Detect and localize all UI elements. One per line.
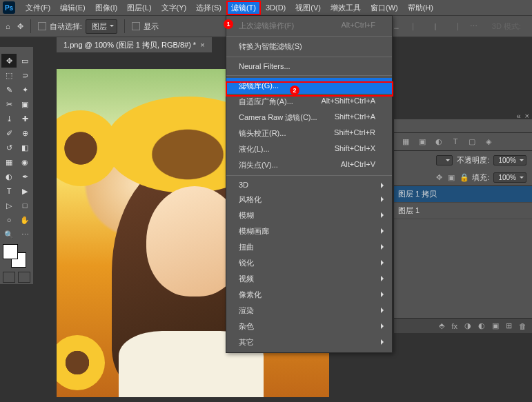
move-tool-icon[interactable]: ✥ bbox=[17, 22, 23, 31]
more-icon[interactable]: ⋯ bbox=[469, 22, 480, 31]
pen-tool[interactable]: ✒ bbox=[17, 170, 32, 183]
blur-tool[interactable]: ◉ bbox=[17, 155, 32, 169]
toolbar-handle[interactable] bbox=[0, 47, 33, 52]
fill-label: 填充: bbox=[472, 172, 489, 183]
adjustment-layer-icon[interactable]: ◐ bbox=[478, 321, 485, 330]
menu-convert-smart-filter[interactable]: 转换为智能滤镜(S) bbox=[226, 39, 392, 54]
link-layers-icon[interactable]: ⬘ bbox=[439, 321, 444, 330]
menu-filter-gallery[interactable]: 滤镜库(G)... bbox=[226, 78, 392, 94]
layer-row[interactable]: 图层 1 拷贝 bbox=[394, 186, 532, 203]
align-right-icon[interactable]: ⎹ bbox=[449, 22, 460, 31]
auto-select-target-dropdown[interactable]: 图层 bbox=[86, 19, 117, 34]
menu-lens-correction[interactable]: 镜头校正(R)...Shift+Ctrl+R bbox=[226, 125, 392, 141]
filter-smart-icon[interactable]: ◈ bbox=[484, 137, 493, 146]
artboard-tool[interactable]: ▭ bbox=[17, 54, 32, 68]
clone-stamp-tool[interactable]: ⊕ bbox=[17, 126, 32, 140]
document-tab[interactable]: 1.png @ 100% (图层 1 拷贝, RGB/8#) * × bbox=[57, 37, 212, 52]
menu-filter[interactable]: 滤镜(T) bbox=[226, 1, 261, 15]
new-layer-icon[interactable]: ⊞ bbox=[506, 321, 512, 330]
align-bottom-icon[interactable]: ⎽ bbox=[391, 22, 402, 31]
menu-render-submenu[interactable]: 渲染 bbox=[226, 303, 392, 319]
menu-distort-submenu[interactable]: 扭曲 bbox=[226, 239, 392, 255]
hand-tool[interactable]: ✋ bbox=[17, 213, 32, 227]
menu-stylize-submenu[interactable]: 风格化 bbox=[226, 192, 392, 208]
screen-mode-icon[interactable] bbox=[18, 272, 30, 283]
menu-neural-filters[interactable]: Neural Filters... bbox=[226, 59, 392, 73]
history-brush-tool[interactable]: ↺ bbox=[1, 141, 17, 154]
lock-all-icon[interactable]: 🔒 bbox=[460, 173, 468, 182]
ellipse-tool[interactable]: ○ bbox=[1, 213, 17, 227]
zoom-tool[interactable]: 🔍 bbox=[1, 228, 17, 241]
menu-sharpen-submenu[interactable]: 锐化 bbox=[226, 255, 392, 271]
separator bbox=[30, 19, 31, 33]
opacity-value[interactable]: 100% bbox=[493, 155, 526, 165]
menu-edit[interactable]: 编辑(E) bbox=[55, 1, 90, 15]
lasso-tool[interactable]: ⊃ bbox=[17, 68, 32, 82]
rectangle-tool[interactable]: □ bbox=[17, 199, 32, 212]
menu-pixelate-submenu[interactable]: 像素化 bbox=[226, 287, 392, 303]
color-swatches[interactable] bbox=[3, 244, 30, 269]
menu-liquify[interactable]: 液化(L)...Shift+Ctrl+X bbox=[226, 141, 392, 157]
blend-mode-dropdown[interactable] bbox=[436, 155, 453, 165]
menu-window[interactable]: 窗口(W) bbox=[366, 1, 403, 15]
frame-tool[interactable]: ▣ bbox=[17, 97, 32, 111]
brush-tool[interactable]: ✐ bbox=[1, 126, 17, 140]
menu-vanishing-point[interactable]: 消失点(V)...Alt+Ctrl+V bbox=[226, 157, 392, 173]
lock-move-icon[interactable]: ✥ bbox=[435, 173, 443, 182]
filter-adjust-icon[interactable]: ◐ bbox=[434, 137, 444, 146]
foreground-color[interactable] bbox=[3, 244, 18, 259]
menu-image[interactable]: 图像(I) bbox=[90, 1, 122, 15]
menu-video-submenu[interactable]: 视频 bbox=[226, 271, 392, 287]
menu-select[interactable]: 选择(S) bbox=[191, 1, 226, 15]
menu-adaptive-wide-angle[interactable]: 自适应广角(A)...Alt+Shift+Ctrl+A bbox=[226, 94, 392, 110]
home-icon[interactable]: ⌂ bbox=[6, 22, 10, 30]
menu-file[interactable]: 文件(F) bbox=[21, 1, 55, 15]
edit-toolbar[interactable]: ⋯ bbox=[17, 228, 32, 241]
menu-help[interactable]: 帮助(H) bbox=[403, 1, 438, 15]
filter-pixel-icon[interactable]: ▣ bbox=[417, 137, 427, 146]
menu-type[interactable]: 文字(Y) bbox=[157, 1, 192, 15]
show-transform-checkbox[interactable] bbox=[132, 22, 140, 30]
path-select-tool[interactable]: ▶ bbox=[17, 184, 32, 198]
menu-other-submenu[interactable]: 其它 bbox=[226, 334, 392, 350]
delete-layer-icon[interactable]: 🗑 bbox=[519, 322, 526, 330]
layer-row[interactable]: 图层 1 bbox=[394, 203, 532, 219]
eraser-tool[interactable]: ◧ bbox=[17, 141, 32, 154]
crop-tool[interactable]: ✂ bbox=[1, 97, 17, 111]
menu-camera-raw[interactable]: Camera Raw 滤镜(C)...Shift+Ctrl+A bbox=[226, 110, 392, 125]
menu-plugins[interactable]: 增效工具 bbox=[326, 1, 366, 15]
magic-wand-tool[interactable]: ✦ bbox=[17, 83, 32, 97]
menu-last-filter[interactable]: 上次滤镜操作(F)Alt+Ctrl+F bbox=[226, 18, 392, 34]
auto-select-checkbox[interactable] bbox=[38, 22, 46, 30]
filter-shape-icon[interactable]: ▢ bbox=[467, 137, 477, 146]
menu-blur-gallery-submenu[interactable]: 模糊画廊 bbox=[226, 223, 392, 239]
gradient-tool[interactable]: ▦ bbox=[1, 155, 17, 169]
layer-mask-icon[interactable]: ◑ bbox=[464, 321, 471, 330]
move-tool[interactable]: ✥ bbox=[1, 54, 17, 68]
direct-select-tool[interactable]: ▷ bbox=[1, 199, 17, 212]
group-icon[interactable]: ▣ bbox=[492, 321, 499, 330]
fill-value[interactable]: 100% bbox=[493, 172, 526, 183]
lock-artboard-icon[interactable]: ▣ bbox=[447, 173, 455, 182]
layers-panel-footer: ⬘ fx ◑ ◐ ▣ ⊞ 🗑 bbox=[394, 318, 532, 333]
filter-type-icon[interactable]: T bbox=[451, 137, 460, 146]
menu-3d[interactable]: 3D(D) bbox=[261, 1, 290, 14]
quick-select-tool[interactable]: ✎ bbox=[1, 83, 17, 97]
menu-3d-submenu[interactable]: 3D bbox=[226, 178, 392, 192]
opacity-label: 不透明度: bbox=[457, 155, 489, 165]
menu-noise-submenu[interactable]: 杂色 bbox=[226, 319, 392, 334]
align-center-icon[interactable]: | bbox=[430, 22, 441, 31]
layer-fx-icon[interactable]: fx bbox=[451, 322, 457, 330]
menu-view[interactable]: 视图(V) bbox=[290, 1, 326, 15]
type-tool[interactable]: T bbox=[1, 184, 17, 198]
quick-mask-icon[interactable] bbox=[3, 272, 15, 283]
filter-kind-icon[interactable]: ▦ bbox=[401, 137, 411, 146]
eyedropper-tool[interactable]: ⤓ bbox=[1, 112, 17, 125]
marquee-tool[interactable]: ⬚ bbox=[1, 68, 17, 82]
menu-blur-submenu[interactable]: 模糊 bbox=[226, 208, 392, 223]
align-left-icon[interactable]: ⎸ bbox=[411, 22, 422, 31]
dodge-tool[interactable]: ◐ bbox=[1, 170, 17, 183]
close-icon[interactable]: × bbox=[200, 41, 204, 49]
spot-heal-tool[interactable]: ✚ bbox=[17, 112, 32, 125]
menu-layer[interactable]: 图层(L) bbox=[122, 1, 156, 15]
